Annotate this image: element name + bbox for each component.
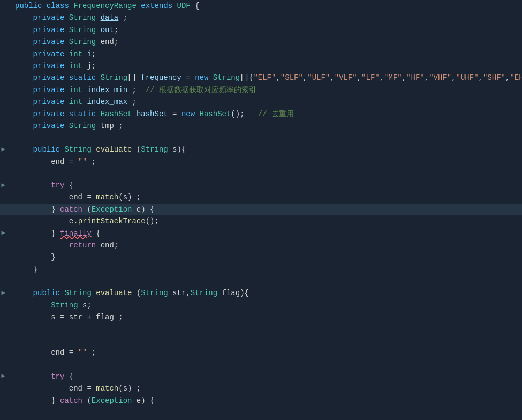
code-line: e.printStackTrace(); (0, 215, 522, 227)
token: end = (15, 348, 78, 357)
token: (); (146, 217, 159, 226)
token: [] (127, 73, 141, 82)
token (15, 50, 33, 58)
code-line: end = "" ; (0, 156, 522, 168)
line-text: private int j; (11, 60, 522, 72)
token: Exception (92, 205, 132, 214)
token: String (69, 38, 96, 46)
token: ; (118, 13, 127, 22)
gutter-arrow-icon: ▶ (1, 181, 5, 191)
line-text: private String tmp ; (11, 120, 522, 132)
gutter-arrow-icon: ▶ (1, 371, 5, 381)
code-line (0, 335, 522, 347)
token: private (33, 98, 65, 106)
token: end = (15, 158, 78, 166)
line-text: return end; (11, 239, 522, 251)
token: private (33, 122, 65, 130)
code-line: end = "" ; (0, 347, 522, 358)
token: data (101, 13, 119, 22)
line-gutter (0, 72, 6, 84)
token: end; (96, 241, 118, 250)
token: new (195, 73, 208, 82)
token: ( (132, 289, 141, 297)
token: end; (96, 38, 118, 46)
line-text: end = match(s) ; (11, 191, 522, 203)
token (15, 241, 69, 250)
token: private (33, 73, 65, 82)
code-line: return end; (0, 239, 522, 251)
token: e. (15, 217, 78, 226)
token: i (87, 50, 91, 58)
token: String (101, 73, 127, 82)
code-line: end = match(s) ; (0, 382, 522, 394)
token: private (33, 110, 65, 118)
token: e) { (132, 205, 154, 214)
line-text: end = match(s) ; (11, 382, 522, 394)
token: out (101, 26, 114, 34)
gutter-arrow-icon: ▶ (1, 228, 5, 238)
line-text: try { (11, 371, 522, 382)
token (15, 73, 33, 82)
token: { (92, 229, 101, 238)
line-text: public class FrequencyRange extends UDF … (11, 0, 522, 12)
token (64, 86, 69, 94)
token: ( (132, 145, 141, 154)
token: (s) ; (118, 193, 141, 201)
token: ( (82, 205, 92, 214)
token: , (330, 73, 334, 82)
token (64, 73, 69, 82)
token: { (191, 2, 200, 10)
token: , (303, 73, 307, 82)
line-gutter (0, 323, 6, 335)
line-gutter (0, 299, 6, 311)
line-gutter (0, 60, 6, 72)
code-line (0, 132, 522, 144)
token: "LF" (361, 73, 380, 82)
token: String (64, 145, 91, 154)
token: index_min (87, 86, 127, 94)
line-gutter (0, 132, 6, 144)
token: frequency (141, 73, 181, 82)
code-line: } (0, 264, 522, 275)
token: { (64, 372, 73, 381)
code-line: private static HashSet hashSet = new Has… (0, 108, 522, 120)
token (15, 289, 33, 297)
line-gutter (0, 36, 6, 48)
token: end = (15, 384, 96, 393)
line-gutter: ▶ (0, 287, 6, 299)
token: private (33, 26, 65, 34)
code-line (0, 168, 522, 179)
token (15, 145, 33, 154)
line-gutter (0, 275, 6, 287)
token (15, 86, 33, 94)
token: public (33, 289, 60, 297)
line-gutter (0, 108, 6, 120)
code-line (0, 323, 522, 335)
token (96, 13, 100, 22)
code-line: private int index_min ; // 根据数据获取对应频率的索引 (0, 84, 522, 96)
token (64, 98, 69, 106)
line-text: s = str + flag ; (11, 311, 522, 323)
code-line (0, 359, 522, 371)
token: "UHF" (456, 73, 479, 82)
token: class (47, 2, 69, 10)
code-line: } catch (Exception e) { (0, 395, 522, 407)
token: "VLF" (335, 73, 357, 82)
token (42, 2, 46, 10)
token: end = (15, 193, 96, 201)
token: = (181, 73, 195, 82)
token: s){ (168, 145, 186, 154)
gutter-arrow-icon: ▶ (1, 288, 5, 298)
token: catch (60, 396, 82, 405)
token: (s) ; (118, 384, 141, 393)
token: , (402, 73, 406, 82)
token (15, 181, 51, 190)
line-text: private int index_min ; // 根据数据获取对应频率的索引 (11, 84, 522, 96)
code-line: private String tmp ; (0, 120, 522, 132)
line-text: private int index_max ; (11, 96, 522, 108)
token: , (380, 73, 384, 82)
token: index_max (87, 98, 127, 106)
line-gutter (0, 311, 6, 323)
token (172, 2, 177, 10)
token: // 去重用 (258, 110, 294, 118)
